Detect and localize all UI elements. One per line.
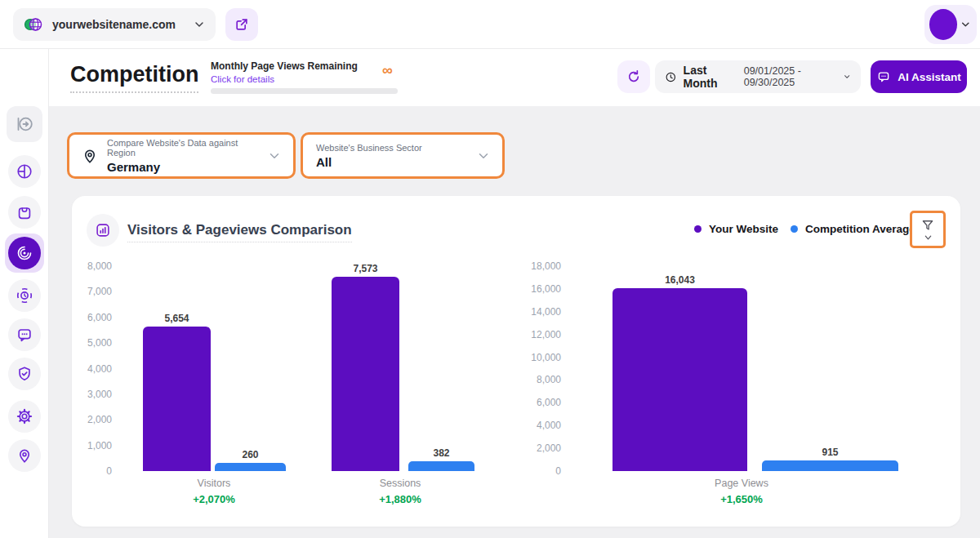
- sidebar-item-expand[interactable]: [7, 106, 42, 142]
- bar-sessions-competition[interactable]: [408, 461, 474, 471]
- bar-chart: 8,0007,0006,0005,0004,0003,0002,0001,000…: [72, 196, 960, 527]
- bar-value-label: 16,043: [665, 274, 695, 286]
- quota-value: ∞: [382, 63, 393, 78]
- website-selector[interactable]: yourwebsitename.com: [13, 8, 216, 41]
- region-dropdown-value: Germany: [107, 160, 267, 174]
- sidebar-item-location[interactable]: [8, 439, 41, 472]
- bar-value-label: 382: [433, 447, 449, 459]
- comparison-chart-card: Visitors & Pageviews Comparison Your Web…: [72, 196, 960, 527]
- competition-dashboard: yourwebsitename.com: [0, 0, 980, 538]
- chevron-down-icon: [843, 72, 851, 82]
- quota-label: Monthly Page Views Remaining: [211, 60, 358, 72]
- right-axis-tick: 4,000: [488, 420, 561, 431]
- region-dropdown-label: Compare Website's Data against Region: [107, 138, 267, 158]
- right-axis-tick: 0: [488, 465, 561, 477]
- chevron-down-icon: [476, 149, 491, 163]
- radar-icon: [16, 244, 33, 262]
- refresh-icon: [626, 69, 642, 85]
- category-label: Page Views: [715, 478, 768, 489]
- delta-label: +1,880%: [379, 493, 421, 505]
- category-label: Visitors: [198, 478, 231, 489]
- chat-icon: [16, 326, 33, 344]
- top-bar: yourwebsitename.com: [0, 0, 980, 49]
- chevron-down-icon: [193, 18, 206, 31]
- external-link-icon: [234, 16, 250, 33]
- avatar: [929, 9, 957, 40]
- shield-check-icon: [16, 365, 33, 383]
- ai-chat-icon: [876, 69, 891, 84]
- map-pin-icon: [16, 447, 33, 465]
- sector-dropdown[interactable]: Website's Business Sector All: [301, 132, 505, 179]
- right-axis-tick: 16,000: [488, 283, 561, 295]
- bar-page-views-your-website[interactable]: [612, 288, 747, 471]
- category-label: Sessions: [380, 478, 421, 489]
- delta-label: +2,070%: [193, 493, 235, 505]
- left-axis-tick: 4,000: [38, 363, 112, 375]
- bar-value-label: 5,654: [164, 313, 189, 324]
- right-axis-tick: 18,000: [488, 260, 561, 272]
- map-pin-icon: [81, 147, 99, 165]
- ai-assistant-button[interactable]: AI Assistant: [871, 60, 967, 93]
- bar-value-label: 7,573: [353, 263, 377, 274]
- quota-progress-bar: [211, 88, 398, 94]
- left-axis-tick: 2,000: [38, 414, 112, 425]
- sidebar-item-ecommerce[interactable]: [8, 196, 41, 229]
- refresh-button[interactable]: [617, 60, 650, 93]
- left-axis-tick: 0: [38, 465, 112, 477]
- left-axis-tick: 8,000: [38, 260, 112, 272]
- user-menu[interactable]: [924, 5, 977, 44]
- right-axis-tick: 14,000: [488, 306, 561, 318]
- bar-value-label: 915: [822, 447, 838, 458]
- sidebar: [0, 49, 49, 538]
- clock-icon: [665, 70, 677, 84]
- sidebar-item-sessions[interactable]: [8, 279, 41, 312]
- open-website-button[interactable]: [225, 8, 258, 41]
- period-label: Last Month: [684, 64, 736, 90]
- sector-dropdown-value: All: [316, 155, 476, 169]
- pie-chart-icon: [16, 162, 33, 180]
- page-title: Competition: [70, 62, 198, 93]
- left-axis-tick: 3,000: [38, 389, 112, 400]
- globe-icon: [23, 14, 44, 35]
- expand-sidebar-icon: [15, 114, 34, 134]
- quota-details-link[interactable]: Click for details: [211, 74, 274, 84]
- bar-sessions-your-website[interactable]: [332, 277, 399, 471]
- chevron-down-icon: [960, 18, 972, 31]
- bar-value-label: 260: [242, 449, 258, 460]
- gear-icon: [16, 407, 33, 425]
- left-axis-tick: 1,000: [38, 440, 112, 451]
- right-axis-tick: 6,000: [488, 397, 561, 408]
- left-axis-tick: 6,000: [38, 312, 112, 323]
- right-axis-tick: 8,000: [488, 374, 561, 385]
- right-axis-tick: 12,000: [488, 329, 561, 340]
- ai-assistant-label: AI Assistant: [898, 71, 961, 83]
- sidebar-item-security[interactable]: [8, 358, 41, 390]
- bar-page-views-competition[interactable]: [762, 460, 898, 471]
- website-name: yourwebsitename.com: [52, 18, 193, 31]
- date-range-value: 09/01/2025 - 09/30/2025: [744, 65, 840, 88]
- shopping-bag-icon: [16, 203, 33, 221]
- right-axis-tick: 10,000: [488, 352, 561, 363]
- sidebar-item-feedback[interactable]: [8, 318, 41, 351]
- chevron-down-icon: [267, 149, 282, 163]
- clock-focus-icon: [16, 287, 33, 305]
- region-dropdown[interactable]: Compare Website's Data against Region Ge…: [67, 132, 296, 179]
- left-axis-tick: 5,000: [38, 337, 112, 349]
- delta-label: +1,650%: [720, 493, 763, 505]
- bar-visitors-competition[interactable]: [215, 463, 286, 471]
- sidebar-item-settings[interactable]: [8, 400, 41, 433]
- sidebar-item-dashboard[interactable]: [8, 155, 41, 188]
- date-range-picker[interactable]: Last Month 09/01/2025 - 09/30/2025: [655, 60, 861, 93]
- bar-visitors-your-website[interactable]: [143, 327, 211, 471]
- sidebar-item-competition[interactable]: [5, 233, 44, 273]
- sector-dropdown-label: Website's Business Sector: [316, 143, 476, 153]
- left-axis-tick: 7,000: [38, 286, 112, 297]
- right-axis-tick: 2,000: [488, 442, 561, 454]
